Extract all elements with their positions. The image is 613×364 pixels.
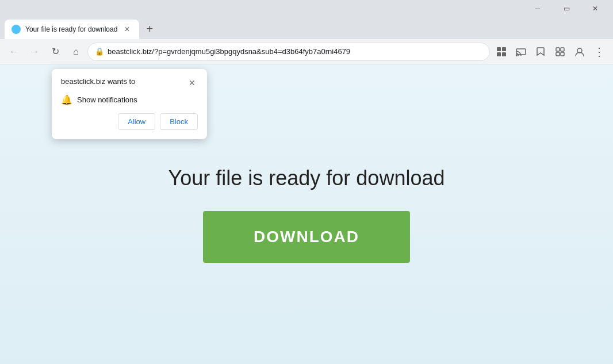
popup-notification-row: 🔔 Show notifications: [61, 94, 198, 105]
svg-rect-8: [561, 48, 564, 51]
svg-rect-4: [502, 52, 506, 56]
maximize-button[interactable]: ▭: [553, 0, 580, 17]
tab-title: Your file is ready for download: [25, 25, 117, 33]
reload-button[interactable]: ↻: [46, 43, 64, 61]
title-bar: ─ ▭ ✕: [0, 0, 613, 17]
svg-point-6: [516, 55, 518, 56]
popup-header: beastclick.biz wants to ✕: [61, 77, 198, 89]
svg-rect-2: [502, 47, 506, 51]
toolbar-icons: ⋮: [492, 43, 608, 61]
svg-rect-10: [561, 52, 564, 56]
allow-button[interactable]: Allow: [118, 113, 155, 130]
lock-icon: 🔒: [95, 47, 104, 56]
url-bar[interactable]: 🔒 beastclick.biz/?p=gvrdenjqmu5gi3bpgqyd…: [87, 43, 490, 61]
new-tab-button[interactable]: +: [141, 21, 158, 37]
forward-button[interactable]: →: [25, 43, 44, 61]
home-button[interactable]: ⌂: [67, 43, 85, 61]
close-button[interactable]: ✕: [582, 0, 608, 17]
popup-buttons: Allow Block: [61, 113, 198, 130]
svg-rect-3: [497, 52, 501, 56]
svg-point-0: [13, 26, 19, 32]
popup-notification-text: Show notifications: [77, 95, 137, 104]
tab-close-button[interactable]: ✕: [122, 24, 132, 35]
svg-rect-7: [556, 48, 560, 51]
menu-icon[interactable]: ⋮: [590, 43, 608, 61]
active-tab[interactable]: Your file is ready for download ✕: [5, 20, 139, 39]
bookmark-icon[interactable]: [531, 43, 550, 61]
notification-popup: beastclick.biz wants to ✕ 🔔 Show notific…: [52, 69, 207, 139]
tab-favicon: [12, 25, 21, 34]
url-text: beastclick.biz/?p=gvrdenjqmu5gi3bpgqydsn…: [108, 47, 482, 56]
minimize-button[interactable]: ─: [524, 0, 551, 17]
extensions-icon[interactable]: [492, 43, 511, 61]
puzzle-icon[interactable]: [551, 43, 569, 61]
profile-icon[interactable]: [570, 43, 589, 61]
popup-title: beastclick.biz wants to: [61, 77, 135, 86]
download-button[interactable]: DOWNLOAD: [203, 211, 410, 263]
address-bar: ← → ↻ ⌂ 🔒 beastclick.biz/?p=gvrdenjqmu5g…: [0, 39, 613, 64]
block-button[interactable]: Block: [160, 113, 198, 130]
tab-bar: Your file is ready for download ✕ +: [0, 17, 613, 39]
page-heading: Your file is ready for download: [168, 166, 445, 190]
cast-icon[interactable]: [512, 43, 530, 61]
popup-close-button[interactable]: ✕: [186, 77, 198, 89]
bell-icon: 🔔: [61, 94, 72, 105]
svg-rect-9: [556, 52, 560, 56]
svg-rect-1: [497, 47, 501, 51]
page-content: beastclick.biz wants to ✕ 🔔 Show notific…: [0, 64, 613, 364]
back-button[interactable]: ←: [5, 43, 23, 61]
